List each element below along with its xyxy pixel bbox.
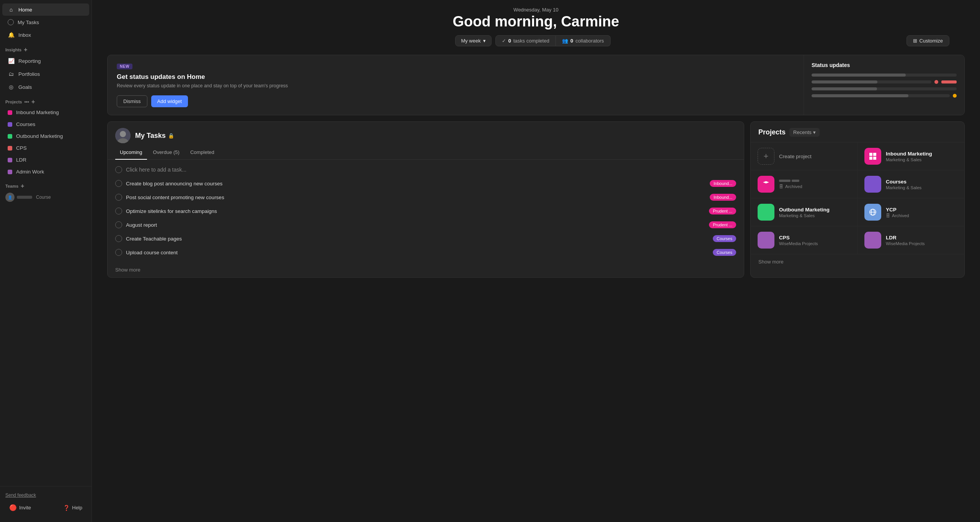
tasks-show-more[interactable]: Show more <box>108 262 744 277</box>
ldr-dot <box>8 158 12 162</box>
collaborators-icon: 👥 <box>562 38 568 44</box>
admin-dot <box>8 170 12 174</box>
projects-show-more[interactable]: Show more <box>751 254 964 269</box>
outbound-proj-name: Outbound Marketing <box>779 207 830 213</box>
task-check-3[interactable] <box>115 208 122 214</box>
project-card-inbound[interactable]: Inbound Marketing Marketing & Sales <box>858 142 964 170</box>
invite-label: Invite <box>19 505 31 511</box>
outbound-proj-icon <box>758 204 774 221</box>
help-icon: ❓ <box>63 505 70 511</box>
bar-fill-3 <box>812 87 877 90</box>
invite-button[interactable]: 🔴 Invite <box>5 502 35 514</box>
tab-upcoming[interactable]: Upcoming <box>115 147 147 160</box>
ycp-proj-info: YCP 🗄 Archived <box>886 207 909 218</box>
task-check-4[interactable] <box>115 221 122 228</box>
inbound-marketing-icon <box>864 148 881 165</box>
cps-proj-info: CPS WiseMedia Projects <box>779 235 818 246</box>
sidebar-item-admin-work[interactable]: Admin Work <box>2 166 89 177</box>
courses-dot <box>8 122 12 127</box>
chevron-down-icon: ▾ <box>483 38 486 44</box>
sidebar-item-outbound-marketing[interactable]: Outbound Marketing <box>2 131 89 142</box>
bar-bg-4 <box>812 94 950 97</box>
add-insights-button[interactable]: + <box>24 47 27 53</box>
header-date: Wednesday, May 10 <box>107 7 965 13</box>
bar-fill-2 <box>812 80 877 83</box>
sidebar-item-courses[interactable]: Courses <box>2 119 89 130</box>
sidebar-item-cps[interactable]: CPS <box>2 142 89 154</box>
send-feedback-link[interactable]: Send feedback <box>0 490 91 500</box>
sidebar-item-my-tasks[interactable]: My Tasks <box>2 16 89 28</box>
task-row[interactable]: Create blog post announcing new courses … <box>108 177 744 190</box>
chevron-down-icon: ▾ <box>813 129 816 135</box>
task-check-2[interactable] <box>115 194 122 201</box>
task-name-1: Create blog post announcing new courses <box>126 181 706 187</box>
sidebar-item-ldr[interactable]: LDR <box>2 154 89 165</box>
task-tag-4: Prudent ... <box>709 221 736 228</box>
project-card-courses[interactable]: Courses Marketing & Sales <box>858 170 964 198</box>
task-check-5[interactable] <box>115 235 122 242</box>
add-widget-button[interactable]: Add widget <box>151 95 188 107</box>
task-check-6[interactable] <box>115 249 122 256</box>
projects-more-button[interactable]: ••• <box>24 99 29 105</box>
sidebar-item-inbox[interactable]: 🔔 Inbox <box>2 29 89 41</box>
tab-overdue[interactable]: Overdue (5) <box>149 147 184 160</box>
week-filter-button[interactable]: My week ▾ <box>455 35 491 46</box>
team-course-label: Course <box>36 195 51 200</box>
task-row[interactable]: Upload course content Courses <box>108 245 744 259</box>
task-row[interactable]: Optimize sitelinks for search campaigns … <box>108 204 744 218</box>
sidebar-label-outbound: Outbound Marketing <box>16 133 63 139</box>
teams-label: Teams <box>5 184 18 188</box>
svg-point-1 <box>120 131 126 137</box>
add-task-row[interactable]: Click here to add a task... <box>108 163 744 177</box>
tasks-title: My Tasks 🔒 <box>135 132 174 140</box>
project-card-cps[interactable]: CPS WiseMedia Projects <box>751 226 858 254</box>
task-row[interactable]: Post social content promoting new course… <box>108 190 744 204</box>
banner-description: Review every status update in one place … <box>117 83 794 88</box>
courses-proj-icon <box>864 176 881 193</box>
archived1-proj-sub: 🗄 Archived <box>779 184 802 189</box>
sidebar-item-reporting[interactable]: 📈 Reporting <box>2 55 89 67</box>
project-card-ycp[interactable]: YCP 🗄 Archived <box>858 198 964 226</box>
main-content: Wednesday, May 10 Good morning, Carmine … <box>92 0 980 522</box>
courses-proj-name: Courses <box>886 179 921 185</box>
sidebar-label-inbound: Inbound Marketing <box>16 110 59 115</box>
outbound-proj-sub: Marketing & Sales <box>779 213 830 218</box>
help-button[interactable]: ❓ Help <box>59 502 86 513</box>
sidebar-item-goals[interactable]: ◎ Goals <box>2 81 89 93</box>
tab-completed[interactable]: Completed <box>186 147 219 160</box>
stat-group: ✓ 0 tasks completed 👥 0 collaborators <box>495 35 611 46</box>
bar-fill-1 <box>812 74 906 77</box>
sidebar-item-portfolios[interactable]: 🗂 Portfolios <box>2 68 89 80</box>
team-name-block <box>17 196 32 199</box>
status-tag-red <box>941 80 957 83</box>
sidebar-label-courses: Courses <box>16 121 35 127</box>
tasks-completed-stat: ✓ 0 tasks completed <box>495 35 556 46</box>
recents-button[interactable]: Recents ▾ <box>789 128 820 137</box>
project-card-outbound[interactable]: Outbound Marketing Marketing & Sales <box>751 198 858 226</box>
sidebar-item-home[interactable]: ⌂ Home <box>2 3 89 16</box>
cps-dot <box>8 146 12 151</box>
task-row[interactable]: Create Teachable pages Courses <box>108 232 744 245</box>
sidebar-label-admin: Admin Work <box>16 169 44 175</box>
archive-icon: 🗄 <box>779 184 784 189</box>
status-bar-2 <box>812 80 957 84</box>
sidebar-item-inbound-marketing[interactable]: Inbound Marketing <box>2 107 89 118</box>
project-card-archived1[interactable]: 🗄 Archived <box>751 170 858 198</box>
team-avatar: 👤 <box>5 193 15 202</box>
add-team-button[interactable]: + <box>21 183 24 189</box>
add-project-button[interactable]: + <box>31 99 35 105</box>
project-card-ldr[interactable]: LDR WiseMedia Projects <box>858 226 964 254</box>
customize-button[interactable]: ⊞ Customize <box>906 35 949 46</box>
archived1-icon <box>758 176 774 193</box>
ldr-proj-name: LDR <box>886 235 925 241</box>
task-name-5: Create Teachable pages <box>126 236 709 242</box>
customize-label: Customize <box>920 38 943 44</box>
archive-icon-ycp: 🗄 <box>886 213 890 218</box>
task-row[interactable]: August report Prudent ... <box>108 218 744 232</box>
dismiss-button[interactable]: Dismiss <box>117 95 147 107</box>
projects-grid: + Create project Inbound Marketing Marke… <box>751 142 964 254</box>
teams-section: Teams + <box>0 179 91 191</box>
create-project-card[interactable]: + Create project <box>751 142 858 170</box>
sidebar-label-ldr: LDR <box>16 157 26 163</box>
task-check-1[interactable] <box>115 180 122 187</box>
